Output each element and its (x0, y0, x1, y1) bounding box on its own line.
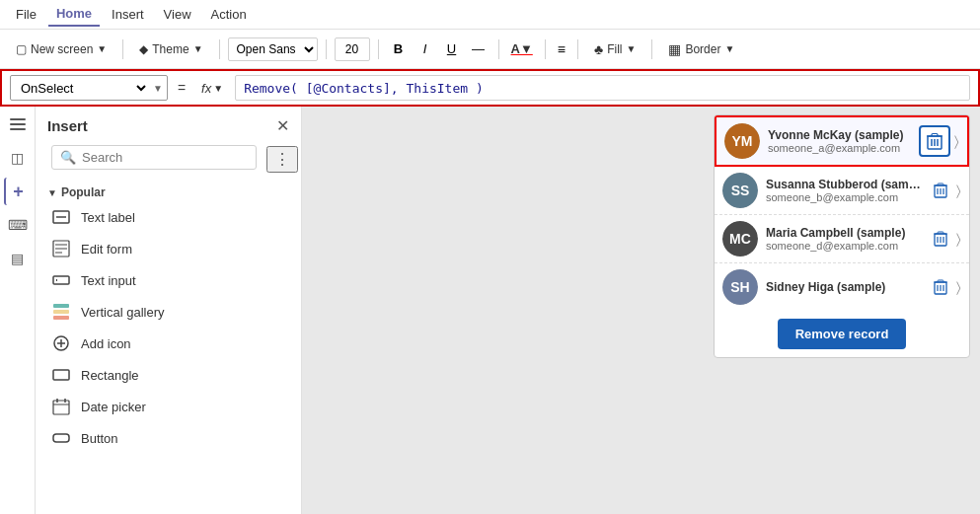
property-selector[interactable]: OnSelect OnVisible (11, 78, 149, 99)
insert-item-text-label[interactable]: Text label (36, 201, 301, 233)
chevron-right-0[interactable]: 〉 (954, 133, 959, 150)
formula-input[interactable]: Remove( [@Contacts], ThisItem ) (235, 75, 970, 101)
svg-rect-6 (53, 276, 69, 284)
contact-info-1: Susanna Stubberod (sample) someone_b@exa… (766, 178, 921, 203)
category-popular: ▼ Popular (36, 182, 301, 201)
menu-home[interactable]: Home (48, 2, 100, 27)
date-picker-icon (51, 397, 71, 416)
fx-icon: fx (201, 81, 211, 96)
insert-button[interactable]: + (4, 178, 32, 205)
italic-button[interactable]: I (414, 37, 437, 61)
category-label-text: Popular (61, 185, 106, 199)
contact-item-3[interactable]: SH Sidney Higa (sample) (715, 263, 969, 311)
fill-button[interactable]: ♣ Fill ▼ (586, 37, 643, 61)
insert-more-button[interactable]: ⋮ (266, 146, 298, 173)
menu-file[interactable]: File (8, 3, 44, 26)
border-icon: ▦ (668, 41, 681, 57)
cylinder-icon: ⌨ (8, 217, 28, 233)
chevron-right-1[interactable]: 〉 (956, 183, 961, 199)
menu-action[interactable]: Action (203, 3, 255, 26)
contact-item-1[interactable]: SS Susanna Stubberod (sample) someone_b@… (715, 167, 969, 215)
font-size-input[interactable] (335, 37, 370, 61)
search-input[interactable] (82, 150, 248, 165)
new-screen-button[interactable]: ▢ New screen ▼ (8, 38, 114, 60)
border-button[interactable]: ▦ Border ▼ (660, 37, 742, 61)
edit-form-icon (51, 239, 71, 258)
fill-label: Fill (607, 42, 622, 56)
text-label-label: Text label (81, 210, 135, 225)
contact-name-3: Sidney Higa (sample) (766, 280, 921, 294)
menu-bar: File Home Insert View Action (0, 0, 980, 30)
toolbar-separator-3 (326, 39, 327, 59)
hamburger-button[interactable] (4, 110, 32, 138)
screen-icon: ▢ (16, 42, 27, 56)
svg-rect-19 (53, 434, 69, 442)
menu-view[interactable]: View (156, 3, 199, 26)
fx-button[interactable]: fx ▼ (195, 79, 229, 98)
chevron-right-3[interactable]: 〉 (956, 279, 961, 296)
contact-avatar-2: MC (722, 221, 758, 257)
border-chevron: ▼ (724, 43, 734, 54)
variables-icon: ▤ (11, 251, 24, 266)
contact-actions-3: 〉 (929, 275, 961, 299)
font-color-button[interactable]: A▼ (507, 39, 537, 58)
remove-record-button[interactable]: Remove record (778, 319, 907, 349)
font-selector[interactable]: Open Sans Arial Calibri (228, 37, 318, 61)
property-selector-arrow[interactable]: ▼ (149, 83, 167, 94)
avatar-initials-0: YM (724, 123, 760, 159)
insert-item-edit-form[interactable]: Edit form (36, 233, 301, 264)
insert-item-button[interactable]: Button (36, 422, 301, 454)
text-label-icon (51, 207, 71, 227)
toolbar-separator-2 (219, 39, 220, 59)
theme-button[interactable]: ◆ Theme ▼ (131, 38, 210, 60)
strikethrough-button[interactable]: ― (467, 37, 490, 61)
variables-button[interactable]: ▤ (4, 245, 32, 272)
insert-item-rectangle[interactable]: Rectangle (36, 359, 301, 391)
contact-name-0: Yvonne McKay (sample) (768, 128, 911, 142)
vertical-gallery-icon (51, 302, 71, 322)
theme-label: Theme (152, 42, 188, 56)
insert-panel: Insert ✕ 🔍 ⋮ ▼ Popular Text label (36, 107, 302, 514)
toolbar-separator-8 (651, 39, 652, 59)
insert-item-vertical-gallery[interactable]: Vertical gallery (36, 296, 301, 328)
theme-icon: ◆ (139, 42, 148, 56)
theme-chevron: ▼ (193, 43, 203, 54)
delete-button-2[interactable] (929, 227, 952, 251)
contact-actions-2: 〉 (929, 227, 961, 251)
main-area: ◫ + ⌨ ▤ Insert ✕ 🔍 ⋮ ▼ Popular (0, 107, 980, 514)
toolbar-separator-1 (122, 39, 123, 59)
data-button[interactable]: ⌨ (4, 211, 32, 239)
formula-value: Remove( [@Contacts], ThisItem ) (244, 81, 484, 96)
delete-button-3[interactable] (929, 275, 952, 299)
insert-item-add-icon[interactable]: Add icon (36, 328, 301, 359)
underline-button[interactable]: U (440, 37, 464, 61)
insert-item-text-input[interactable]: Text input (36, 264, 301, 296)
text-input-label: Text input (81, 273, 136, 288)
sidebar-icons: ◫ + ⌨ ▤ (0, 107, 36, 514)
contact-info-2: Maria Campbell (sample) someone_d@exampl… (766, 226, 921, 252)
button-label: Button (81, 431, 118, 446)
fill-icon: ♣ (594, 41, 603, 57)
add-icon-label: Add icon (81, 336, 131, 351)
bold-button[interactable]: B (387, 37, 411, 61)
toolbar: ▢ New screen ▼ ◆ Theme ▼ Open Sans Arial… (0, 30, 980, 69)
toolbar-separator-4 (378, 39, 379, 59)
menu-insert[interactable]: Insert (104, 3, 152, 26)
toolbar-separator-7 (577, 39, 578, 59)
delete-button-0[interactable] (919, 125, 950, 157)
chevron-right-2[interactable]: 〉 (956, 231, 961, 248)
align-button[interactable]: ≡ (554, 41, 569, 57)
contact-actions-1: 〉 (929, 179, 961, 202)
svg-rect-14 (53, 370, 69, 380)
format-buttons: B I U ― (387, 37, 490, 61)
insert-close-button[interactable]: ✕ (276, 116, 289, 135)
canvas-area: YM Yvonne McKay (sample) someone_a@examp… (302, 107, 980, 514)
category-arrow-icon: ▼ (47, 187, 57, 198)
avatar-initials-1: SS (722, 173, 758, 208)
insert-header: Insert ✕ (36, 107, 301, 141)
contact-item-2[interactable]: MC Maria Campbell (sample) someone_d@exa… (715, 215, 969, 263)
insert-item-date-picker[interactable]: Date picker (36, 391, 301, 422)
delete-button-1[interactable] (929, 179, 952, 202)
layers-button[interactable]: ◫ (4, 144, 32, 172)
contact-item-0[interactable]: YM Yvonne McKay (sample) someone_a@examp… (715, 115, 969, 167)
